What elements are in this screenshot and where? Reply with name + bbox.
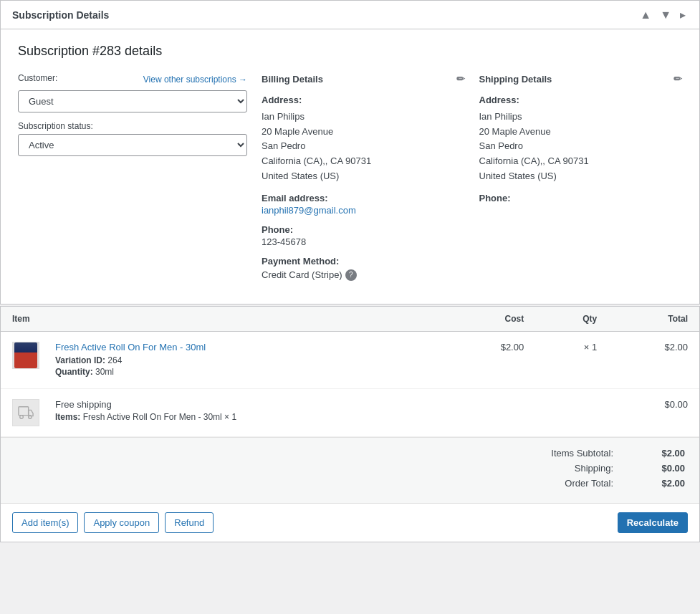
product-total: $2.00 — [664, 342, 688, 352]
billing-state-zip: California (CA),, CA 90731 — [262, 155, 371, 166]
billing-name: Ian Philips — [262, 111, 305, 122]
actions-left: Add item(s) Apply coupon Refund — [12, 512, 214, 533]
totals-section: Items Subtotal: $2.00 Shipping: $0.00 Or… — [1, 437, 699, 503]
items-table: Item Cost Qty Total Fresh Active Roll On… — [1, 307, 699, 437]
shipping-street: 20 Maple Avenue — [479, 126, 551, 137]
refund-button[interactable]: Refund — [165, 512, 214, 533]
billing-phone: 123-45678 — [262, 236, 306, 247]
variation-label: Variation ID: — [55, 355, 105, 365]
billing-section: Billing Details ✏ Address: Ian Philips 2… — [262, 73, 465, 289]
billing-heading: Billing Details ✏ — [262, 73, 465, 85]
apply-coupon-button[interactable]: Apply coupon — [84, 512, 159, 533]
col-cost: Cost — [445, 307, 536, 332]
billing-phone-label: Phone: — [262, 224, 465, 235]
quantity-value: 30ml — [95, 367, 114, 377]
shipping-total: $0.00 — [664, 399, 688, 410]
product-thumbnail-cell — [1, 331, 44, 388]
recalculate-button[interactable]: Recalculate — [618, 512, 688, 533]
billing-email-link[interactable]: ianphil879@gmail.com — [262, 205, 356, 216]
shipping-address-label: Address: — [479, 93, 683, 108]
customer-row: Customer: View other subscriptions → — [18, 73, 247, 86]
shipping-country: United States (US) — [479, 171, 557, 181]
shipping-city: San Pedro — [479, 140, 523, 151]
status-label: Subscription status: — [18, 121, 247, 131]
billing-email-label: Email address: — [262, 193, 465, 203]
product-qty: × 1 — [584, 342, 597, 352]
product-total-cell: $2.00 — [608, 331, 699, 388]
product-info-cell: Fresh Active Roll On For Men - 30ml Vari… — [44, 331, 445, 388]
shipping-total-value: $0.00 — [628, 463, 685, 474]
table-body: Fresh Active Roll On For Men - 30ml Vari… — [1, 331, 699, 436]
shipping-address-block: Address: Ian Philips 20 Maple Avenue San… — [479, 93, 683, 184]
shipping-heading: Shipping Details ✏ — [479, 73, 683, 85]
table-header-row: Item Cost Qty Total — [1, 307, 699, 332]
customer-select[interactable]: Guest — [18, 90, 247, 112]
subscription-title: Subscription #283 details — [18, 44, 682, 59]
svg-point-1 — [20, 415, 24, 418]
table-row: Fresh Active Roll On For Men - 30ml Vari… — [1, 331, 699, 388]
table-row: Free shipping Items: Fresh Active Roll O… — [1, 388, 699, 436]
customer-label: Customer: — [18, 73, 57, 83]
shipping-name: Ian Philips — [479, 111, 522, 122]
billing-email-group: Email address: ianphil879@gmail.com — [262, 193, 465, 216]
status-select[interactable]: Active — [18, 134, 247, 156]
shipping-qty-cell — [535, 388, 608, 436]
shipping-thumbnail-cell — [1, 388, 44, 436]
subtotal-label: Items Subtotal: — [484, 448, 628, 459]
shipping-total-cell: $0.00 — [608, 388, 699, 436]
items-panel: Item Cost Qty Total Fresh Active Roll On… — [0, 306, 700, 542]
shipping-name: Free shipping — [55, 399, 433, 410]
shipping-total-row: Shipping: $0.00 — [15, 463, 685, 474]
payment-help-icon[interactable]: ? — [345, 269, 357, 281]
panel-title: Subscription Details — [12, 9, 109, 21]
product-cost: $2.00 — [501, 342, 524, 352]
shipping-info-cell: Free shipping Items: Fresh Active Roll O… — [44, 388, 445, 436]
subtotal-value: $2.00 — [628, 448, 685, 459]
product-name-link[interactable]: Fresh Active Roll On For Men - 30ml — [55, 342, 433, 352]
billing-edit-icon[interactable]: ✏ — [456, 73, 465, 85]
shipping-section: Shipping Details ✏ Address: Ian Philips … — [479, 73, 683, 289]
product-quantity: Quantity: 30ml — [55, 367, 433, 377]
billing-payment-value: Credit Card (Stripe) — [262, 269, 342, 280]
product-cost-cell: $2.00 — [445, 331, 536, 388]
shipping-items-value: Fresh Active Roll On For Men - 30ml × 1 — [83, 412, 236, 422]
col-qty: Qty — [535, 307, 608, 332]
svg-rect-0 — [19, 407, 29, 416]
billing-address-label: Address: — [262, 93, 465, 108]
quantity-label: Quantity: — [55, 367, 93, 377]
collapse-up-button[interactable]: ▲ — [638, 8, 653, 21]
shipping-phone-group: Phone: — [479, 193, 683, 203]
order-total-label: Order Total: — [484, 478, 628, 489]
product-variation: Variation ID: 264 — [55, 355, 433, 365]
details-grid: Customer: View other subscriptions → Gue… — [18, 73, 682, 289]
billing-city: San Pedro — [262, 140, 305, 151]
panel-header: Subscription Details ▲ ▼ ▸ — [1, 1, 699, 29]
product-thumb-image — [14, 342, 37, 368]
col-total: Total — [608, 307, 699, 332]
order-total-row: Order Total: $2.00 — [15, 478, 685, 489]
left-column: Customer: View other subscriptions → Gue… — [18, 73, 247, 289]
billing-payment-label: Payment Method: — [262, 256, 465, 267]
customer-field-group: Customer: View other subscriptions → Gue… — [18, 73, 247, 112]
collapse-down-button[interactable]: ▼ — [658, 8, 673, 21]
more-button[interactable]: ▸ — [678, 8, 688, 21]
actions-bar: Add item(s) Apply coupon Refund Recalcul… — [1, 503, 699, 542]
billing-payment-group: Payment Method: Credit Card (Stripe) ? — [262, 256, 465, 281]
shipping-items-detail: Items: Fresh Active Roll On For Men - 30… — [55, 412, 433, 422]
shipping-cost-cell — [445, 388, 536, 436]
subscription-details-panel: Subscription Details ▲ ▼ ▸ Subscription … — [0, 0, 700, 304]
shipping-edit-icon[interactable]: ✏ — [673, 73, 682, 85]
view-other-subscriptions-link[interactable]: View other subscriptions → — [143, 75, 247, 85]
shipping-items-label: Items: — [55, 412, 80, 422]
panel-body: Subscription #283 details Customer: View… — [1, 29, 699, 304]
table-header: Item Cost Qty Total — [1, 307, 699, 332]
billing-phone-group: Phone: 123-45678 — [262, 224, 465, 247]
subtotal-row: Items Subtotal: $2.00 — [15, 448, 685, 459]
col-item: Item — [1, 307, 445, 332]
billing-address-block: Address: Ian Philips 20 Maple Avenue San… — [262, 93, 465, 184]
add-items-button[interactable]: Add item(s) — [12, 512, 78, 533]
product-thumbnail — [12, 342, 39, 369]
shipping-total-label: Shipping: — [484, 463, 628, 474]
shipping-phone-label: Phone: — [479, 193, 683, 203]
payment-info: Credit Card (Stripe) ? — [262, 269, 465, 281]
